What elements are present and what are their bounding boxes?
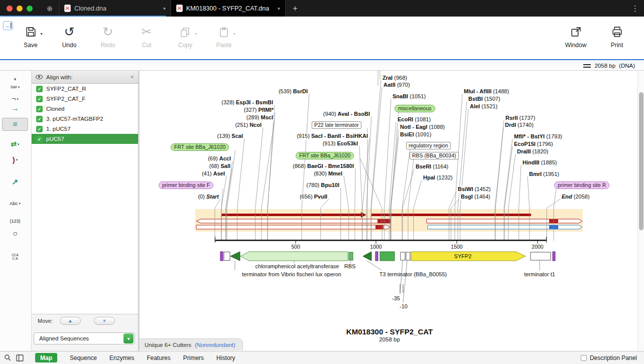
align-item-puc57-selected[interactable]: ✓ pUC57 — [32, 134, 138, 144]
feature-syfp2-label[interactable]: SYFP2 — [454, 253, 472, 259]
enzyme-label[interactable]: (328) Esp3I - BsmBI — [221, 99, 274, 106]
feature-site-label[interactable]: RBS (BBa_B0034) — [410, 152, 459, 159]
align-item-syfp2-cat-r[interactable]: ✓ SYFP2_CAT_R — [32, 84, 138, 94]
print-button[interactable]: Print — [601, 21, 633, 49]
tab-enzymes[interactable]: Enzymes — [109, 354, 134, 361]
trna-tool[interactable]: CCA C-A — [2, 251, 28, 264]
feature-site-label[interactable]: primer binding site F — [159, 181, 213, 189]
window-button[interactable]: Window — [560, 21, 592, 49]
enzyme-label[interactable]: (656) PvuII — [299, 194, 328, 200]
paste-button[interactable]: ▾ Paste — [208, 21, 240, 49]
close-window-button[interactable] — [7, 6, 13, 12]
enzyme-label[interactable]: BsiEI (1091) — [400, 131, 432, 138]
enzyme-label[interactable]: BseRI (1164) — [415, 163, 449, 170]
close-icon[interactable]: × — [130, 73, 134, 81]
enzyme-label[interactable]: (251) NcoI — [234, 122, 262, 128]
aligned-sequences-dropdown[interactable]: Aligned Sequences ▾ — [34, 332, 135, 344]
description-panel-checkbox[interactable] — [581, 355, 587, 361]
enzyme-label[interactable]: RsrII (1737) — [505, 115, 536, 121]
enzyme-label[interactable]: (780) Bpu10I — [306, 182, 340, 189]
enzyme-label[interactable]: MluI - AflIII (1488) — [463, 88, 509, 95]
enzyme-label[interactable]: (289) MscI — [246, 114, 274, 121]
new-tab-button[interactable]: + — [286, 4, 305, 14]
enzyme-label[interactable]: AatII (970) — [383, 82, 411, 88]
align-item-1-puc57[interactable]: ✓ 1. pUC57 — [32, 124, 138, 134]
align-item-cloned[interactable]: ✓ Cloned — [32, 104, 138, 114]
checkbox-checked-icon[interactable]: ✓ — [36, 86, 43, 92]
enzyme-label[interactable]: (868) BaeGI - Bme1580I — [292, 163, 354, 169]
enzyme-label[interactable]: DrdI (1740) — [504, 122, 534, 128]
diagonal-measure-tool[interactable]: ↗ — [2, 175, 28, 189]
enzyme-label[interactable]: (915) SacI - BanII - BsiHKAI — [296, 133, 368, 139]
enzyme-label[interactable]: (69) AccI — [207, 155, 231, 162]
enzyme-label[interactable]: BsiWI (1452) — [457, 186, 491, 193]
checkbox-checked-icon[interactable]: ✓ — [36, 116, 43, 122]
enzyme-label[interactable]: EcoP15I (1796) — [513, 141, 554, 147]
align-item-syfp2-cat-f[interactable]: ✓ SYFP2_CAT_F — [32, 94, 138, 104]
enzyme-label[interactable]: (68) SalI — [209, 163, 231, 169]
tab-cloned-dna[interactable]: Cloned.dna • — [59, 0, 171, 17]
restriction-site-flag-tool[interactable]: SalI▾ — [2, 81, 28, 94]
cutters-bar[interactable]: Unique 6+ Cutters (Nonredundant) — [140, 338, 243, 350]
align-item-puc57-mtagbfp2[interactable]: ✓ 3. pUC57-mTAGBFP2 — [32, 114, 138, 124]
enzyme-label[interactable]: SnaBI (1051) — [392, 93, 426, 100]
checkbox-checked-icon[interactable]: ✓ — [36, 126, 43, 132]
enzyme-label[interactable]: (539) BsrDI — [278, 88, 308, 95]
text-label-tool[interactable]: Abc▾ — [2, 197, 28, 210]
enzyme-label[interactable]: ZraI (968) — [382, 75, 408, 81]
enzyme-label[interactable]: (327) PflMI* — [243, 107, 274, 113]
enzyme-label[interactable]: BmrI (1951) — [529, 171, 560, 177]
checkbox-checked-icon[interactable]: ✓ — [36, 96, 43, 102]
minimize-window-button[interactable] — [17, 6, 23, 12]
strand-swap-tool[interactable]: ⇄▾ — [2, 138, 28, 151]
enzyme-label[interactable]: (940) AvaI - BsoBI — [323, 111, 370, 117]
enzyme-label[interactable]: (830) MmeI — [313, 170, 343, 177]
enzyme-label[interactable]: NotI - EagI (1088) — [400, 124, 445, 130]
enzyme-label[interactable]: (913) Eco53kI — [322, 140, 358, 147]
enzyme-label[interactable]: HindIII (1885) — [522, 159, 557, 166]
copy-button[interactable]: ▾ Copy — [169, 21, 201, 49]
orf-arrow-tool[interactable]: → — [2, 102, 28, 115]
map-view[interactable]: 500100015002000 SYFP2 — [139, 71, 637, 351]
enzyme-label[interactable]: DraIII (1820) — [517, 148, 549, 155]
enzyme-label[interactable]: MflI* - BstYI (1793) — [513, 133, 563, 140]
side-panel-icon[interactable] — [16, 354, 24, 361]
search-icon[interactable] — [4, 354, 12, 361]
arc-tool[interactable]: )▾ — [2, 153, 28, 166]
enzyme-label[interactable]: (41) AseI — [201, 170, 225, 177]
enzyme-label[interactable]: End (2058) — [561, 194, 590, 200]
feature-site-label[interactable]: regulatory region — [406, 142, 451, 149]
tab-features[interactable]: Features — [147, 354, 170, 361]
visibility-eye-icon[interactable] — [36, 75, 43, 79]
tab-km018300[interactable]: KM018300 - SYFP2_CAT.dna • — [171, 0, 286, 17]
save-button[interactable]: ▾ Save — [15, 21, 47, 49]
enzyme-label[interactable]: EcoRI (1081) — [397, 116, 431, 123]
feature-site-label[interactable]: P22 late terminator — [312, 121, 361, 129]
enzyme-label[interactable]: (139) ScaI — [217, 133, 243, 139]
circular-view-tool[interactable]: ○ — [2, 228, 28, 241]
feature-site-label[interactable]: FRT site BBa_J61020 — [296, 152, 354, 159]
feature-site-label[interactable]: miscellaneous — [395, 105, 435, 112]
undo-button[interactable]: ↺ Undo — [53, 21, 85, 49]
enzyme-label[interactable]: BstBI (1507) — [468, 96, 501, 102]
cut-button[interactable]: ✂ Cut — [131, 21, 163, 49]
collapse-sidebar-button[interactable]: → — [3, 21, 13, 30]
enzyme-label[interactable]: AleI (1521) — [469, 103, 498, 110]
alignment-rows-tool[interactable]: ≡ — [2, 118, 28, 131]
move-up-button[interactable]: ▲ — [60, 317, 81, 325]
dropdown-chevron-icon[interactable]: ▾ — [123, 333, 134, 343]
numbering-tool[interactable]: (123) — [2, 215, 28, 228]
enzyme-label[interactable]: HpaI (1232) — [423, 174, 453, 181]
feature-site-label[interactable]: FRT site BBa_J61020 — [171, 143, 229, 151]
tab-sequence[interactable]: Sequence — [70, 354, 97, 361]
redo-button[interactable]: ↻ Redo — [92, 21, 124, 49]
move-down-button[interactable]: ▼ — [94, 317, 115, 325]
checkbox-checked-icon[interactable]: ✓ — [36, 136, 43, 142]
vertical-scrollbar[interactable] — [637, 71, 644, 351]
nonredundant-link[interactable]: (Nonredundant) — [195, 342, 235, 348]
enzyme-label[interactable]: BsgI (1464) — [460, 194, 491, 200]
tab-map[interactable]: Map — [35, 353, 57, 362]
checkbox-checked-icon[interactable]: ✓ — [36, 106, 43, 112]
scrollbar-thumb[interactable] — [639, 92, 643, 230]
tab-primers[interactable]: Primers — [183, 354, 204, 361]
